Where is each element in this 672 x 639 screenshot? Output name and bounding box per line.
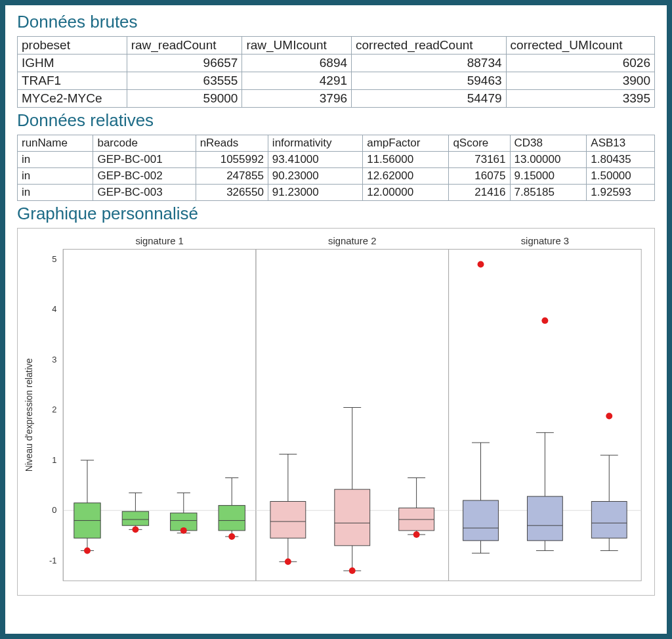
rel-header: ASB13 [587,135,655,152]
y-axis-label: Niveau d'expression relative [24,358,34,472]
cell: 13.00000 [510,152,587,168]
y-tick-label: 0 [52,505,56,515]
cell: 96657 [127,55,242,72]
outlier-dot [478,261,484,268]
y-tick-label: -1 [49,556,56,565]
box [219,506,245,531]
cell: 59000 [127,90,242,108]
rel-header: nReads [196,135,268,152]
cell: 12.00000 [363,185,449,201]
cell: 1.80435 [587,152,655,168]
table-row: MYCe2-MYCe590003796544793395 [18,90,655,108]
cell: 7.85185 [510,185,587,201]
rel-header: ampFactor [363,135,449,152]
table-row: inGEP-BC-001105599293.4100011.5600073161… [18,152,655,168]
outlier-dot [132,526,138,533]
outlier-dot [606,413,612,420]
cell: 88734 [352,55,507,72]
y-tick-label: 1 [52,455,56,465]
table-row: TRAF1635554291594633900 [18,72,655,90]
box [270,502,306,539]
box [591,502,627,539]
cell: GEP-BC-002 [93,168,196,185]
cell: 59463 [352,72,507,90]
cell: 21416 [449,185,510,201]
raw-header: corrected_UMIcount [506,37,654,55]
chart-title: Graphique personnalisé [17,204,655,224]
cell: GEP-BC-001 [93,152,196,168]
cell: 90.23000 [268,168,362,185]
cell: IGHM [18,55,127,72]
raw-data-title: Données brutes [17,12,655,32]
outlier-dot [541,317,548,324]
cell: in [18,168,93,185]
cell: 3900 [506,72,654,90]
cell: 1.50000 [587,168,655,185]
table-row: inGEP-BC-00332655091.2300012.00000214167… [18,185,655,201]
cell: 73161 [449,152,510,168]
cell: 54479 [352,90,507,108]
outlier-dot [228,533,235,540]
panel-label: signature 1 [135,236,183,246]
cell: 63555 [127,72,242,90]
panel-label: signature 2 [328,236,376,246]
cell: in [18,152,93,168]
y-tick-label: 2 [52,405,56,414]
table-row: inGEP-BC-00224785590.2300012.62000160759… [18,168,655,185]
cell: 4291 [242,72,352,90]
cell: 247855 [196,168,268,185]
relative-data-table: runNamebarcodenReadsinformativityampFact… [17,135,655,201]
cell: 16075 [449,168,510,185]
relative-data-title: Données relatives [17,110,655,131]
cell: 1055992 [196,152,268,168]
y-tick-label: 3 [52,355,56,364]
cell: 6894 [242,55,352,72]
box [463,500,499,540]
cell: 91.23000 [268,185,362,201]
box [122,512,148,525]
raw-header: corrected_readCount [352,37,507,55]
outlier-dot [349,567,356,574]
boxplot-chart: -1012345Niveau d'expression relativesign… [17,228,655,596]
cell: GEP-BC-003 [93,185,196,201]
raw-header: raw_readCount [127,37,242,55]
cell: 9.15000 [510,168,587,185]
cell: MYCe2-MYCe [18,90,127,108]
y-tick-label: 5 [52,254,56,264]
rel-header: CD38 [510,135,587,152]
rel-header: barcode [93,135,196,152]
outlier-dot [84,548,91,554]
rel-header: runName [18,135,93,152]
box [527,496,562,540]
cell: 11.56000 [363,152,449,168]
cell: TRAF1 [18,72,127,90]
box [335,489,370,546]
rel-header: qScore [449,135,510,152]
cell: 12.62000 [363,168,449,185]
cell: 326550 [196,185,268,201]
y-tick-label: 4 [52,304,56,314]
cell: 1.92593 [587,185,655,201]
outlier-dot [285,558,291,565]
rel-header: informativity [268,135,362,152]
cell: 3395 [506,90,654,108]
cell: 6026 [506,55,654,72]
cell: 3796 [242,90,352,108]
outlier-dot [180,527,187,534]
raw-data-table: probesetraw_readCountraw_UMIcountcorrect… [17,36,655,108]
raw-header: raw_UMIcount [242,37,352,55]
table-row: IGHM966576894887346026 [18,55,655,72]
cell: in [18,185,93,201]
cell: 93.41000 [268,152,362,168]
panel-label: signature 3 [521,236,569,246]
raw-header: probeset [18,37,127,55]
outlier-dot [413,531,420,538]
